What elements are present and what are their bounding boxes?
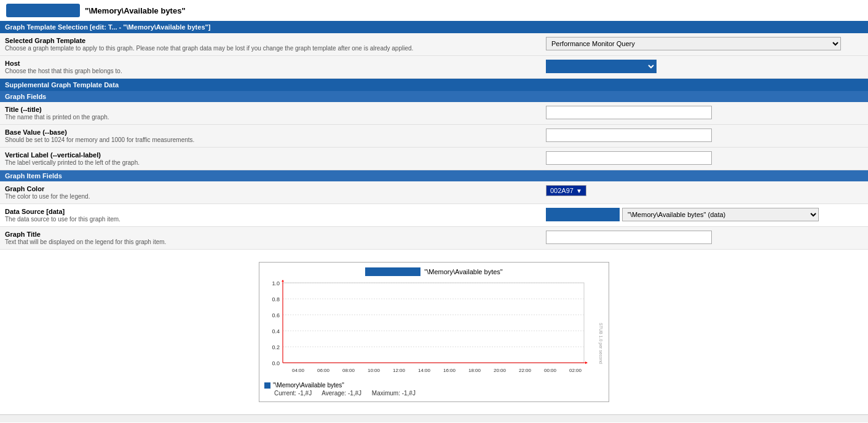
host-row: Host Choose the host that this graph bel… <box>0 56 868 79</box>
base-value-row: Base Value (--base) Should be set to 102… <box>0 125 868 148</box>
legend-average: Average: -1,#J <box>322 390 361 397</box>
legend-current: Current: -1,#J <box>274 390 312 397</box>
data-source-row: Data Source [data] The data source to us… <box>0 204 868 227</box>
selected-graph-template-desc: Choose a graph template to apply to this… <box>5 45 546 52</box>
graph-color-row: Graph Color The color to use for the leg… <box>0 181 868 204</box>
svg-text:0.4: 0.4 <box>272 328 280 334</box>
graph-color-desc: The color to use for the legend. <box>5 193 546 200</box>
host-control <box>546 60 863 73</box>
svg-text:14:00: 14:00 <box>418 368 431 373</box>
svg-text:00:00: 00:00 <box>544 368 557 373</box>
svg-text:1.0: 1.0 <box>272 280 280 287</box>
svg-text:12:00: 12:00 <box>393 368 406 373</box>
vertical-label-desc: The label vertically printed to the left… <box>5 159 546 166</box>
title-input[interactable]: |host_description| - "\Memory\Available … <box>546 106 712 119</box>
base-value-label-col: Base Value (--base) Should be set to 102… <box>5 128 546 143</box>
vertical-label-control <box>546 151 863 165</box>
data-source-desc: The data source to use for this graph it… <box>5 216 546 223</box>
graph-svg: 1.0 0.8 0.6 0.4 0.2 0.0 04:00 06:00 08:0… <box>264 280 602 378</box>
svg-text:10:00: 10:00 <box>368 368 381 373</box>
color-value: 002A97 <box>550 187 574 194</box>
svg-text:STUB 1.0 per second: STUB 1.0 per second <box>598 323 602 364</box>
selected-graph-template-label-col: Selected Graph Template Choose a graph t… <box>5 37 546 52</box>
svg-text:08:00: 08:00 <box>342 368 355 373</box>
supplemental-section-header: Supplemental Graph Template Data <box>0 79 868 91</box>
datasource-select[interactable]: "\Memory\Available bytes" (data) <box>622 208 819 221</box>
main-content: Graph Template Selection [edit: T... - "… <box>0 21 868 422</box>
svg-text:20:00: 20:00 <box>494 368 507 373</box>
graph-title-row: Graph Title Text that will be displayed … <box>0 227 868 250</box>
host-select[interactable] <box>546 60 657 73</box>
title-desc: The name that is printed on the graph. <box>5 114 546 121</box>
data-source-control: "\Memory\Available bytes" (data) <box>546 208 863 221</box>
host-label-col: Host Choose the host that this graph bel… <box>5 60 546 74</box>
svg-rect-0 <box>283 283 584 363</box>
svg-text:04:00: 04:00 <box>292 368 305 373</box>
graph-preview-area: "\Memory\Available bytes" <box>0 250 868 408</box>
svg-marker-28 <box>282 280 284 282</box>
graph-box: "\Memory\Available bytes" <box>259 262 609 402</box>
graph-legend: "\Memory\Available bytes" <box>264 382 604 389</box>
graph-color-label: Graph Color <box>5 185 546 192</box>
svg-marker-26 <box>585 362 588 364</box>
graph-preview-title: "\Memory\Available bytes" <box>424 268 502 275</box>
page-wrapper: "\Memory\Available bytes" Graph Template… <box>0 0 868 423</box>
svg-text:16:00: 16:00 <box>443 368 456 373</box>
bottom-bar <box>0 414 868 422</box>
top-bar: "\Memory\Available bytes" <box>0 0 868 21</box>
graph-fields-header: Graph Fields <box>0 91 868 102</box>
logo <box>6 4 80 17</box>
graph-title-input[interactable]: "\Memory\Available bytes" <box>546 231 712 244</box>
svg-text:0.0: 0.0 <box>272 360 280 366</box>
legend-stats: Current: -1,#J Average: -1,#J Maximum: -… <box>264 390 604 397</box>
color-swatch[interactable]: 002A97 ▼ <box>546 185 586 196</box>
title-label: Title (--title) <box>5 106 546 113</box>
data-source-label-col: Data Source [data] The data source to us… <box>5 208 546 223</box>
title-label-col: Title (--title) The name that is printed… <box>5 106 546 121</box>
svg-text:22:00: 22:00 <box>519 368 532 373</box>
graph-title-desc: Text that will be displayed on the legen… <box>5 239 546 245</box>
graph-title-control: "\Memory\Available bytes" <box>546 231 863 244</box>
svg-text:02:00: 02:00 <box>569 368 582 373</box>
graph-template-section-header: Graph Template Selection [edit: T... - "… <box>0 21 868 33</box>
base-value-control: 1000 <box>546 128 863 142</box>
vertical-label-input[interactable] <box>546 151 712 165</box>
title-control: |host_description| - "\Memory\Available … <box>546 106 863 119</box>
svg-text:06:00: 06:00 <box>317 368 330 373</box>
graph-title-blue-bar <box>365 267 420 276</box>
legend-label: "\Memory\Available bytes" <box>273 382 344 389</box>
selected-graph-template-select[interactable]: Performance Monitor Query <box>546 37 841 50</box>
svg-text:0.6: 0.6 <box>272 312 280 318</box>
selected-graph-template-row: Selected Graph Template Choose a graph t… <box>0 33 868 56</box>
host-label: Host <box>5 60 546 67</box>
graph-svg-area: 1.0 0.8 0.6 0.4 0.2 0.0 04:00 06:00 08:0… <box>264 280 604 379</box>
graph-title-label: Graph Title <box>5 231 546 238</box>
graph-color-control: 002A97 ▼ <box>546 185 863 196</box>
data-source-label: Data Source [data] <box>5 208 546 215</box>
vertical-label-label: Vertical Label (--vertical-label) <box>5 151 546 159</box>
graph-preview-title-row: "\Memory\Available bytes" <box>264 267 604 276</box>
title-row: Title (--title) The name that is printed… <box>0 102 868 125</box>
datasource-wrapper: "\Memory\Available bytes" (data) <box>546 208 819 221</box>
legend-color-box <box>264 382 270 389</box>
base-value-desc: Should be set to 1024 for memory and 100… <box>5 136 546 143</box>
host-select-wrapper <box>546 60 657 73</box>
base-value-input[interactable]: 1000 <box>546 128 712 142</box>
svg-text:0.8: 0.8 <box>272 296 280 302</box>
graph-title-label-col: Graph Title Text that will be displayed … <box>5 231 546 245</box>
color-dropdown-icon: ▼ <box>576 188 582 194</box>
legend-maximum: Maximum: -1,#J <box>372 390 416 397</box>
host-desc: Choose the host that this graph belongs … <box>5 68 546 74</box>
page-title: "\Memory\Available bytes" <box>85 6 186 15</box>
base-value-label: Base Value (--base) <box>5 128 546 136</box>
svg-text:0.2: 0.2 <box>272 344 280 350</box>
selected-graph-template-label: Selected Graph Template <box>5 37 546 44</box>
vertical-label-row: Vertical Label (--vertical-label) The la… <box>0 148 868 170</box>
selected-graph-template-control: Performance Monitor Query <box>546 37 863 50</box>
datasource-blue-box <box>546 208 620 221</box>
graph-color-label-col: Graph Color The color to use for the leg… <box>5 185 546 200</box>
svg-text:18:00: 18:00 <box>468 368 481 373</box>
vertical-label-label-col: Vertical Label (--vertical-label) The la… <box>5 151 546 166</box>
graph-item-fields-header: Graph Item Fields <box>0 170 868 181</box>
